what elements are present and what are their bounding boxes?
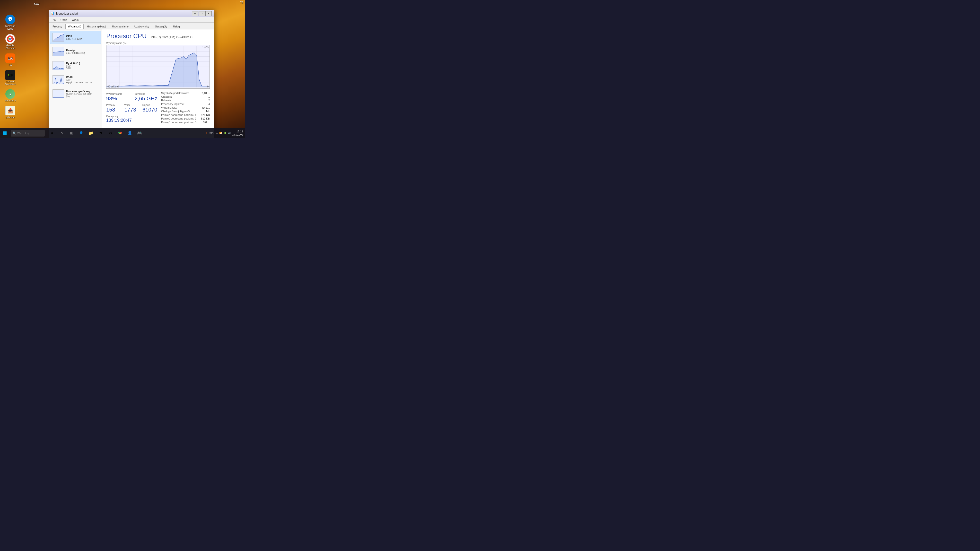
tray-chevron-icon[interactable]: ∧ — [216, 132, 218, 134]
stat-speed: Szybkość 2,65 GHz — [135, 92, 157, 102]
maximize-button[interactable]: □ — [199, 11, 205, 16]
main-content: Procesor CPU Intel(R) Core(TM) i5-2430M … — [102, 29, 214, 138]
menu-view[interactable]: Widok — [70, 18, 81, 22]
info-virt: Wirtualizacja: Wyłą... — [161, 106, 210, 109]
taskbar-mail-icon[interactable]: ✉ — [106, 129, 115, 138]
taskbar-app-icons: ♦ ○ ⊞ 📁 🛍 ✉ 👤 — [48, 129, 204, 138]
tab-procesy[interactable]: Procesy — [50, 24, 65, 29]
sidebar-item-cpu[interactable]: CPU 93% 2,65 GHz — [50, 31, 101, 44]
stats-row-2: Procesy 158 Wątki 1773 Dojścia 61070 — [106, 104, 157, 113]
window-body: CPU 93% 2,65 GHz Pamięć — [49, 29, 214, 138]
close-button[interactable]: ✕ — [205, 11, 212, 16]
stat-utilization: Wykorzystanie 93% — [106, 92, 129, 102]
info-l3-label: Pamięć podręczna poziomu 3: — [161, 121, 197, 124]
sidebar-wifi-type: Wi-Fi — [66, 79, 99, 81]
info-virt-label: Wirtualizacja: — [161, 106, 177, 109]
stat-utilization-value: 93% — [106, 95, 129, 102]
taskbar-game-icon[interactable]: 🎮 — [135, 129, 144, 138]
info-l3-value: 3,0 ... — [203, 121, 210, 124]
sidebar: CPU 93% 2,65 GHz Pamięć — [49, 29, 102, 138]
taskbar-edge-icon[interactable] — [77, 129, 86, 138]
svg-rect-27 — [3, 133, 5, 135]
tab-szczegoly[interactable]: Szczegóły — [153, 24, 170, 29]
desktop-icon-pobrane[interactable]: 📥 pobrane — [2, 106, 18, 119]
desktop: Kosz T8 Microsoft Edge Google Chrome EA … — [0, 0, 245, 138]
info-l1-label: Pamięć podręczna poziomu 1: — [161, 113, 197, 116]
info-l1-value: 128 KB — [201, 113, 210, 116]
menu-options[interactable]: Opcje — [59, 18, 70, 22]
desktop-icon-pobrane-label: pobrane — [6, 116, 15, 119]
minimize-button[interactable]: ─ — [192, 11, 198, 16]
sidebar-graph-cpu — [52, 33, 64, 42]
info-logical-value: 4 — [208, 103, 210, 105]
taskbar-folder-icon[interactable]: 📁 — [86, 129, 95, 138]
graph-y-label: Wykorzystanie (%) — [106, 42, 210, 44]
desktop-icon-sims[interactable]: ♦ The Sims 4 — [2, 89, 18, 102]
info-sockets: Gniazda: 1 — [161, 95, 210, 98]
sidebar-disk-type: SSD — [66, 65, 99, 67]
search-input[interactable] — [17, 132, 41, 135]
tray-volume-icon: 🔊 — [228, 132, 231, 134]
stats-row-1: Wykorzystanie 93% Szybkość 2,65 GHz — [106, 92, 157, 102]
taskbar-store-icon[interactable]: 🛍 — [96, 129, 105, 138]
taskbar-user-icon[interactable]: 👤 — [126, 129, 134, 138]
window-controls: ─ □ ✕ — [192, 11, 212, 16]
sidebar-graph-gpu — [52, 89, 64, 98]
window-title: Menedżer zadań — [56, 12, 192, 15]
info-base-speed-value: 2,40 ... — [202, 92, 210, 95]
start-button[interactable] — [0, 128, 10, 138]
tab-wydajnosc[interactable]: Wydajność — [65, 24, 84, 29]
sidebar-graph-disk — [52, 61, 64, 70]
sidebar-gpu-text: Procesor graficzny NVIDIA GeForce GT 540… — [66, 90, 99, 98]
search-icon: 🔍 — [13, 132, 16, 135]
tray-temperature: 19°C — [209, 132, 215, 134]
desktop-icon-chrome[interactable]: Google Chrome — [2, 34, 18, 49]
taskbar-chrome-taskbar-icon[interactable] — [116, 129, 124, 138]
tab-uslugi[interactable]: Usługi — [170, 24, 183, 29]
info-base-speed-label: Szybkość podstawowa: — [161, 92, 189, 95]
sidebar-item-memory[interactable]: Pamięć 3,2/7,9 GB (41%) — [50, 45, 101, 58]
desktop-icon-edge[interactable]: Microsoft Edge — [2, 14, 18, 30]
taskbar-circle-icon[interactable]: ○ — [57, 129, 66, 138]
sidebar-item-wifi[interactable]: Wi-Fi Wi-Fi Wysył.: 0,4 Odebr.: 20,1 M — [50, 73, 101, 86]
window-titlebar[interactable]: 📊 Menedżer zadań ─ □ ✕ — [49, 10, 214, 17]
taskbar-sims-icon[interactable]: ♦ — [48, 129, 56, 138]
info-cores-label: Rdzenie: — [161, 99, 172, 102]
tray-clock: 15:11 19.02.202 — [232, 130, 243, 136]
trash-label: Kosz — [34, 2, 39, 5]
desktop-icon-geforce-label: GeForce Experience — [2, 80, 18, 85]
desktop-icon-geforce[interactable]: GF GeForce Experience — [2, 70, 18, 85]
sidebar-graph-wifi — [52, 75, 64, 84]
desktop-icon-sims-label: The Sims 4 — [5, 99, 16, 102]
info-logical: Procesory logiczne: 4 — [161, 103, 210, 105]
desktop-icon-chrome-label: Google Chrome — [2, 44, 18, 49]
cpu-subtitle: Intel(R) Core(TM) i5-2430M C... — [150, 35, 195, 39]
sidebar-gpu-value: 0% — [66, 95, 99, 98]
info-l2: Pamięć podręczna poziomu 2: 512 KB — [161, 117, 210, 120]
info-l2-label: Pamięć podręczna poziomu 2: — [161, 117, 197, 120]
stat-handles-label: Dojścia — [142, 104, 157, 106]
taskbar-grid-icon[interactable]: ⊞ — [67, 129, 76, 138]
desktop-icon-ea-label: EA — [8, 64, 12, 66]
info-sockets-label: Gniazda: — [161, 95, 172, 98]
stat-speed-label: Szybkość — [135, 92, 157, 95]
desktop-icon-ea[interactable]: EA EA — [2, 54, 18, 66]
stat-handles-value: 61070 — [142, 106, 157, 113]
info-sockets-value: 1 — [208, 95, 210, 98]
tray-battery-icon: 🔋 — [224, 132, 226, 134]
tab-uzytkownicy[interactable]: Użytkownicy — [132, 24, 152, 29]
graph-label-zero: 0 — [207, 85, 208, 88]
window-tabs: Procesy Wydajność Historia aplikacji Uru… — [49, 22, 214, 29]
uptime-block: Czas pracy 139:19:20:47 — [106, 115, 157, 123]
sidebar-item-gpu[interactable]: Procesor graficzny NVIDIA GeForce GT 540… — [50, 87, 101, 100]
desktop-icon-edge-label: Microsoft Edge — [2, 25, 18, 30]
info-cores-value: 2 — [208, 99, 210, 102]
tab-historia[interactable]: Historia aplikacji — [84, 24, 109, 29]
tab-uruchamianie[interactable]: Uruchamianie — [110, 24, 131, 29]
sidebar-gpu-label: Procesor graficzny — [66, 90, 99, 93]
window-icon: 📊 — [51, 12, 55, 16]
menu-file[interactable]: Plik — [50, 18, 58, 22]
taskbar-search[interactable]: 🔍 — [11, 130, 45, 137]
sidebar-item-disk[interactable]: Dysk 0 (C:) SSD 30% — [50, 59, 101, 72]
sidebar-disk-value: 30% — [66, 67, 99, 70]
